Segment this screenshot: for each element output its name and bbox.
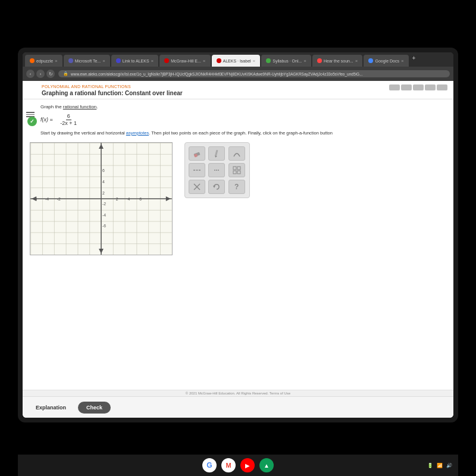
nav-buttons: ‹ › ↻: [26, 70, 55, 78]
tab-close-edpuzzle[interactable]: ×: [55, 58, 58, 64]
svg-text:-2: -2: [57, 197, 61, 201]
tab-gdocs[interactable]: Google Docs ×: [364, 55, 408, 67]
tab-label-microsoft: Microsoft Te...: [75, 59, 101, 63]
tab-icon-sound: [317, 58, 322, 63]
dots-tool[interactable]: [208, 163, 225, 177]
svg-text:-2: -2: [102, 202, 106, 206]
svg-rect-31: [237, 167, 240, 170]
hamburger-line-2: [26, 114, 35, 115]
address-bar-row: ‹ › ↻ 🔒 www.ewn.aleks.com/alekscgi/x/Isl…: [23, 67, 453, 81]
check-circle[interactable]: ✓: [27, 117, 37, 126]
ctrl-btn-1[interactable]: [389, 84, 400, 90]
copyright-bar: © 2021 McGraw-Hill Education. All Rights…: [23, 390, 453, 396]
tab-aleks-link[interactable]: Link to ALEKS ×: [111, 55, 158, 67]
hamburger-line-1: [26, 112, 35, 113]
dashed-line-tool[interactable]: [189, 163, 205, 177]
address-bar[interactable]: 🔒 www.ewn.aleks.com/alekscgi/x/Isl.exe/1…: [58, 70, 450, 77]
tab-icon-gdocs: [368, 58, 373, 63]
ctrl-btn-3[interactable]: [413, 84, 424, 90]
toolbar-float: ?: [184, 142, 250, 198]
taskbar-youtube-icon[interactable]: ▶: [240, 458, 255, 472]
curve-tool[interactable]: [228, 146, 245, 161]
taskbar-drive-icon[interactable]: ▲: [259, 458, 274, 472]
tab-label-edpuzzle: edpuzzle: [36, 59, 53, 63]
equals-sign: [55, 117, 57, 123]
tab-close-aleks-link[interactable]: ×: [151, 58, 154, 64]
browser-chrome: edpuzzle × Microsoft Te... × Link to ALE…: [23, 52, 453, 81]
drive-symbol: ▲: [264, 462, 270, 469]
svg-rect-33: [237, 171, 240, 174]
taskbar-google-icon[interactable]: G: [202, 458, 217, 472]
svg-text:6: 6: [139, 197, 142, 201]
screen: edpuzzle × Microsoft Te... × Link to ALE…: [23, 52, 453, 418]
cross-tool[interactable]: [189, 180, 205, 194]
numerator: 6: [66, 113, 71, 120]
graph-instruction: Graph the rational function.: [40, 104, 446, 109]
new-tab-button[interactable]: +: [410, 55, 418, 67]
svg-text:2: 2: [116, 197, 118, 201]
tab-close-gdocs[interactable]: ×: [401, 58, 404, 64]
laptop-frame: edpuzzle × Microsoft Te... × Link to ALE…: [18, 48, 458, 422]
svg-rect-32: [233, 171, 236, 174]
graph-canvas[interactable]: 6 4 2 -2 -4 -6 -6 -4 -2 2 4 6: [30, 142, 173, 255]
help-tool[interactable]: ?: [228, 180, 245, 194]
taskbar-right-area: 🔋 📶 🔊: [427, 463, 452, 468]
check-button[interactable]: Check: [78, 402, 111, 414]
bottom-bar: Explanation Check: [23, 396, 453, 418]
back-button[interactable]: ‹: [26, 70, 35, 78]
eraser-tool[interactable]: [189, 146, 205, 161]
taskbar-volume-icon: 🔊: [446, 463, 452, 468]
explanation-button[interactable]: Explanation: [29, 402, 73, 414]
tab-icon-mcgraw: [164, 58, 169, 63]
tab-icon-microsoft: [68, 58, 73, 63]
ctrl-btn-4[interactable]: [425, 84, 436, 90]
ctrl-btn-5[interactable]: [437, 84, 447, 90]
tab-label-syllabus: Syllabus · Onl...: [273, 59, 302, 63]
asymptotes-link[interactable]: asymptotes: [126, 130, 149, 136]
graph-container: 6 4 2 -2 -4 -6 -6 -4 -2 2 4 6: [30, 142, 446, 255]
denominator: -2x + 1: [59, 120, 78, 127]
svg-text:4: 4: [102, 180, 105, 184]
page-controls: [389, 84, 447, 90]
function-fraction: 6 -2x + 1: [59, 113, 78, 127]
forward-button[interactable]: ›: [36, 70, 45, 78]
svg-marker-23: [215, 155, 218, 158]
hamburger-menu[interactable]: [26, 112, 35, 117]
gmail-letter: M: [226, 462, 231, 469]
question-mark: ?: [234, 183, 239, 191]
svg-text:-4: -4: [102, 213, 106, 217]
undo-tool[interactable]: [208, 180, 225, 194]
tab-close-syllabus[interactable]: ×: [303, 58, 306, 64]
taskbar-gmail-icon[interactable]: M: [221, 458, 236, 472]
tab-sound[interactable]: Hear the soun... ×: [312, 55, 362, 67]
svg-point-27: [214, 170, 215, 171]
svg-text:-4: -4: [45, 197, 49, 201]
tab-bar: edpuzzle × Microsoft Te... × Link to ALE…: [23, 52, 453, 67]
function-label: f(x) =: [40, 117, 53, 123]
tab-label-mcgraw: McGraw-Hill E...: [171, 59, 201, 63]
address-text: www.ewn.aleks.com/alekscgi/x/Isl.exe/1o_…: [71, 72, 362, 76]
svg-rect-22: [215, 150, 218, 156]
graph-grid: 6 4 2 -2 -4 -6 -6 -4 -2 2 4 6: [30, 143, 172, 255]
tab-close-aleks[interactable]: ×: [253, 58, 256, 64]
tab-mcgraw[interactable]: McGraw-Hill E... ×: [159, 55, 210, 67]
taskbar-wifi-icon: 📶: [437, 463, 443, 468]
tab-microsoft[interactable]: Microsoft Te... ×: [64, 55, 110, 67]
grid-tool[interactable]: [228, 163, 245, 177]
tab-close-mcgraw[interactable]: ×: [203, 58, 206, 64]
lock-icon: 🔒: [63, 71, 68, 76]
taskbar-battery-icon: 🔋: [427, 463, 433, 468]
pencil-tool[interactable]: [208, 146, 225, 161]
tab-close-sound[interactable]: ×: [355, 58, 358, 64]
rational-function-link[interactable]: rational function: [63, 104, 96, 109]
tab-syllabus[interactable]: Syllabus · Onl... ×: [261, 55, 311, 67]
tab-edpuzzle[interactable]: edpuzzle ×: [25, 55, 62, 67]
ctrl-btn-2[interactable]: [401, 84, 412, 90]
reload-button[interactable]: ↻: [46, 70, 55, 78]
function-display: f(x) = 6 -2x + 1: [40, 113, 446, 127]
tab-icon-syllabus: [266, 58, 271, 63]
tab-close-microsoft[interactable]: ×: [102, 58, 105, 64]
taskbar: G M ▶ ▲ 🔋 📶 🔊: [18, 455, 458, 476]
copyright-text: © 2021 McGraw-Hill Education. All Rights…: [186, 392, 290, 395]
tab-aleks-active[interactable]: ALEKS · Isabel ×: [212, 55, 261, 67]
